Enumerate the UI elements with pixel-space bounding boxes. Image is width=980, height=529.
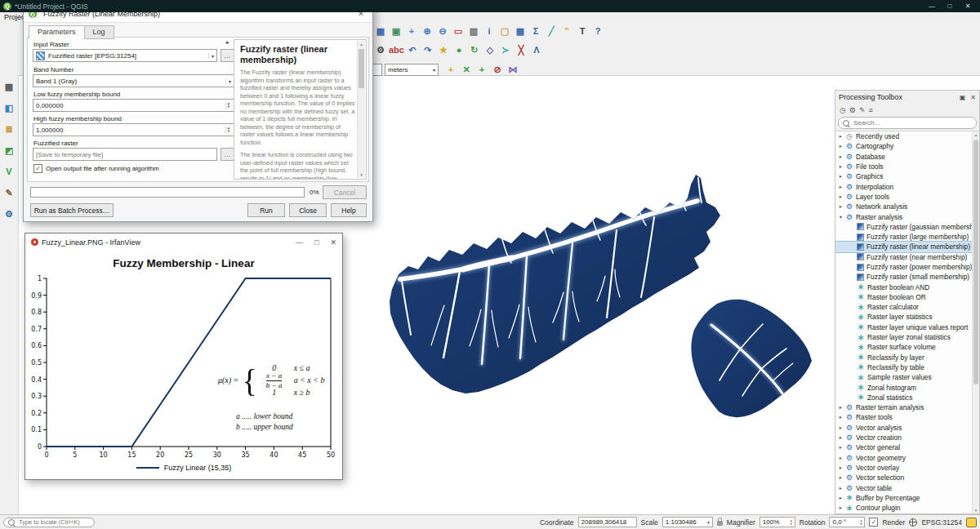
options-icon[interactable]: ≡ — [868, 106, 872, 114]
chevron-collapsed-icon[interactable]: ▸ — [837, 173, 844, 180]
scroll-down-icon[interactable]: ▾ — [973, 508, 979, 513]
toolbox-item-graphics[interactable]: ▸⚙Graphics — [835, 171, 973, 181]
toolbox-item-fuzzify-raster-near-membership[interactable]: Fuzzify raster (near membership) — [835, 252, 973, 262]
scale-combo[interactable]: 1:1030486 ▾ — [662, 517, 713, 527]
scroll-up-icon[interactable]: ▴ — [358, 42, 365, 47]
window-minimize-icon[interactable]: — — [923, 2, 941, 10]
toolbox-search-input[interactable] — [852, 118, 972, 127]
snap-to-segment-icon[interactable]: + — [474, 62, 489, 77]
toolbox-item-vector-table[interactable]: ▸⚙Vector table — [835, 482, 973, 492]
toolbox-item-raster-boolean-or[interactable]: ∗Raster boolean OR — [835, 292, 973, 302]
toolbox-item-fuzzify-raster-power-membership[interactable]: Fuzzify raster (power membership) — [835, 262, 973, 272]
help-button[interactable]: Help — [331, 203, 367, 217]
toolbox-item-contour-plugin[interactable]: ▸∗Contour plugin — [835, 503, 973, 513]
spatial-bookmarks-icon[interactable]: ★ — [436, 42, 451, 57]
scripts-icon[interactable]: ✎ — [859, 106, 866, 114]
irfanview-titlebar[interactable]: Fuzzy_Linear.PNG - IrfanView — □ ✕ — [25, 233, 342, 251]
render-checkbox[interactable]: ✓ — [869, 518, 878, 527]
toolbox-item-raster-layer-unique-values-report[interactable]: ∗Raster layer unique values report — [835, 322, 973, 332]
help-scrollbar[interactable]: ▴ ▾ — [357, 41, 365, 178]
vector-tools-icon[interactable]: V — [2, 165, 16, 178]
history-icon[interactable]: ◷ — [840, 106, 846, 114]
cancel-button[interactable]: Cancel — [323, 185, 367, 199]
toolbox-item-file-tools[interactable]: ▸⚙File tools — [835, 162, 973, 171]
toolbox-item-raster-boolean-and[interactable]: ∗Raster boolean AND — [835, 282, 973, 291]
window-close-icon[interactable]: ✕ — [959, 2, 977, 10]
toolbox-item-network-analysis[interactable]: ▸⚙Network analysis — [835, 202, 973, 211]
layers-panel-icon[interactable]: ≣ — [2, 122, 16, 136]
spin-down-icon[interactable]: ▾ — [791, 522, 792, 526]
low-bound-spinbox[interactable]: 0,000000 ▴ ▾ — [33, 99, 234, 112]
browser-panel-icon[interactable]: ◧ — [2, 101, 16, 114]
models-icon[interactable]: ⚙ — [849, 106, 856, 114]
rotation-spinbox[interactable]: 0,0 ° ▴ ▾ — [829, 517, 865, 527]
select-features-icon[interactable]: ▢ — [497, 24, 512, 38]
toolbox-item-reclassify-by-table[interactable]: ∗Reclassify by table — [835, 362, 973, 372]
toolbox-item-interpolation[interactable]: ▸⚙Interpolation — [835, 181, 973, 191]
tab-log[interactable]: Log — [84, 25, 114, 39]
refresh-map-icon[interactable]: ↻ — [467, 42, 482, 57]
chevron-collapsed-icon[interactable]: ▸ — [837, 153, 844, 160]
processing-toolbox-toggle-icon[interactable]: ⚙ — [373, 42, 388, 57]
chevron-collapsed-icon[interactable]: ▸ — [837, 425, 844, 431]
toolbox-item-fuzzify-raster-large-membership[interactable]: Fuzzify raster (large membership) — [835, 232, 973, 242]
zoom-out-icon[interactable]: ⊖ — [435, 24, 450, 38]
spin-down-icon[interactable]: ▾ — [228, 130, 229, 134]
chevron-collapsed-icon[interactable]: ▸ — [837, 203, 844, 210]
toolbox-item-recently-used[interactable]: ▸◷Recently used — [835, 131, 973, 141]
locator-box[interactable] — [3, 518, 95, 527]
avoid-intersections-icon[interactable]: ⊘ — [490, 62, 505, 77]
run-button[interactable]: Run — [247, 203, 285, 217]
statistical-summary-icon[interactable]: Σ — [528, 24, 543, 38]
run-as-batch-button[interactable]: Run as Batch Process… — [30, 203, 114, 217]
chevron-collapsed-icon[interactable]: ▸ — [837, 465, 844, 471]
help-contents-icon[interactable]: ? — [590, 24, 605, 38]
toolbox-item-zonal-histogram[interactable]: ∗Zonal histogram — [835, 382, 973, 392]
input-raster-combo[interactable]: Fuzzified raster [EPSG:31254] ▾ — [33, 49, 217, 62]
locator-input[interactable] — [17, 518, 90, 527]
output-browse-button[interactable]: … — [220, 148, 234, 161]
open-attribute-table-icon[interactable]: ▦ — [513, 24, 528, 38]
chevron-collapsed-icon[interactable]: ▸ — [837, 163, 844, 170]
chevron-collapsed-icon[interactable]: ▸ — [837, 184, 844, 190]
toolbox-item-raster-calculator[interactable]: ∗Raster calculator — [835, 302, 973, 312]
chevron-collapsed-icon[interactable]: ▸ — [837, 495, 844, 501]
high-bound-spinbox[interactable]: 1,000000 ▴ ▾ — [33, 123, 234, 136]
toolbox-item-reclassify-by-layer[interactable]: ∗Reclassify by layer — [835, 353, 973, 362]
zoom-in-icon[interactable]: ⊕ — [420, 24, 434, 38]
toolbox-item-fuzzify-raster-small-membership[interactable]: Fuzzify raster (small membership) — [835, 272, 973, 282]
topological-editing-icon[interactable]: ⋈ — [506, 62, 520, 77]
spin-down-icon[interactable]: ▾ — [228, 105, 229, 109]
toolbox-item-vector-general[interactable]: ▸⚙Vector general — [835, 442, 973, 452]
chevron-expanded-icon[interactable]: ▾ — [837, 214, 844, 220]
float-panel-icon[interactable]: ▣ — [960, 94, 966, 101]
vertex-tool-icon[interactable]: ╳ — [514, 42, 528, 57]
output-raster-field[interactable]: [Save to temporary file] — [33, 148, 217, 161]
chevron-collapsed-icon[interactable]: ▸ — [837, 474, 844, 481]
window-close-icon[interactable]: ✕ — [330, 238, 336, 247]
chevron-collapsed-icon[interactable]: ▸ — [837, 485, 844, 491]
layer-labeling-icon[interactable]: abc — [389, 42, 404, 57]
snap-to-vertex-icon[interactable]: ✕ — [459, 62, 474, 77]
chevron-collapsed-icon[interactable]: ▸ — [837, 455, 844, 461]
data-source-manager-icon[interactable]: ▦ — [2, 80, 16, 93]
tracing-icon[interactable]: + — [443, 62, 458, 77]
toolbox-scrollbar[interactable]: ▴ ▾ — [972, 131, 979, 513]
identify-features-icon[interactable]: i — [482, 24, 497, 38]
layer-styling-icon[interactable]: ◩ — [2, 144, 16, 157]
input-raster-browse-button[interactable]: … — [220, 49, 234, 62]
toolbox-item-fuzzify-raster-linear-membership[interactable]: Fuzzify raster (linear membership) — [835, 242, 973, 251]
toolbox-item-vector-overlay[interactable]: ▸⚙Vector overlay — [835, 463, 973, 473]
edit-tools-icon[interactable]: ✎ — [2, 186, 16, 199]
processing-history-icon[interactable]: ⚙ — [2, 207, 16, 220]
toolbox-item-cartography[interactable]: ▸⚙Cartography — [835, 141, 973, 151]
toolbox-item-zonal-statistics[interactable]: ∗Zonal statistics — [835, 393, 973, 402]
chevron-collapsed-icon[interactable]: ▸ — [837, 404, 844, 411]
python-console-icon[interactable]: ≻ — [498, 42, 513, 57]
help-collapse-icon[interactable]: ▸ — [226, 39, 229, 46]
chevron-collapsed-icon[interactable]: ▸ — [837, 505, 844, 511]
close-button[interactable]: Close — [289, 203, 327, 217]
new-map-view-icon[interactable]: ▣ — [389, 24, 403, 38]
show-layout-manager-icon[interactable]: ▥ — [466, 24, 481, 38]
toolbox-item-raster-layer-statistics[interactable]: ∗Raster layer statistics — [835, 312, 973, 322]
